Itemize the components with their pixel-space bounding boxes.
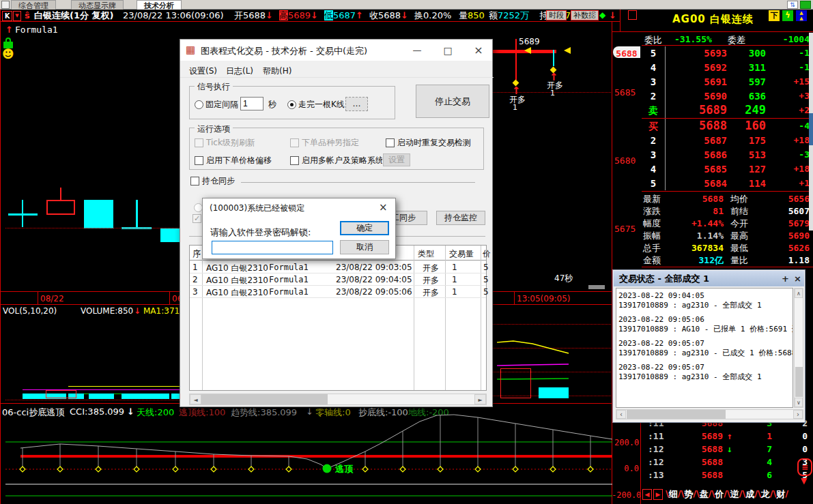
ask-row-1[interactable]: 卖5689249+2 [642, 104, 813, 118]
tabs-left-arrow-icon[interactable]: ◀ [642, 489, 652, 500]
kline-type-icon[interactable]: K [2, 11, 12, 21]
more-options-button[interactable]: … [345, 97, 368, 111]
position-monitor-button[interactable]: 持仓监控 [436, 211, 485, 225]
interval-input[interactable] [240, 97, 263, 110]
lightning-icon[interactable]: ϟ [782, 10, 793, 21]
table-hscrollbar[interactable]: ◄ ► [189, 394, 487, 405]
tick-oi: 0 [779, 443, 808, 455]
bid-row-3[interactable]: 35686513-3 [642, 148, 813, 162]
minimize-icon[interactable]: — [407, 44, 427, 57]
tab-reverse[interactable]: 逆 [730, 488, 739, 502]
close-icon[interactable]: × [468, 44, 489, 57]
menu-log[interactable]: 日志(L) [223, 64, 257, 78]
down-limit-icon[interactable]: 下 [769, 10, 780, 21]
maximize-icon[interactable]: □ [438, 44, 458, 57]
bid-row-4[interactable]: 45685127+18 [642, 162, 813, 177]
status-close-icon[interactable]: × [794, 271, 801, 286]
stop-trading-button[interactable]: 停止交易 [416, 85, 489, 118]
ok-button[interactable]: 确定 [340, 221, 389, 235]
status-vscrollbar[interactable]: ∧ ∨ [794, 288, 803, 408]
radio-fixed-interval-label[interactable]: 固定间隔 [205, 100, 238, 110]
bid-row-5[interactable]: 55684114+1 [642, 177, 813, 191]
menu-help[interactable]: 帮助(H) [259, 64, 295, 78]
multi-account-settings-button[interactable]: 设置 [383, 153, 410, 166]
open-arrow-icon: ↓ [266, 10, 273, 20]
tab-trend[interactable]: 势 [684, 488, 693, 502]
sort-triangles-icon[interactable]: ▲▲ [796, 10, 807, 21]
password-input[interactable] [212, 241, 333, 254]
tab-general-management[interactable]: 综合管理 [11, 0, 56, 10]
order-row[interactable]: 3AG10 白银2310Formula123/08/22 09:05:06开多1… [190, 286, 486, 298]
checkbox-tick-refresh[interactable] [195, 138, 203, 147]
vol-bar-down [539, 387, 569, 398]
cancel-button[interactable]: 取消 [340, 240, 389, 254]
ask-row-2[interactable]: 25690636+3 [642, 89, 813, 104]
status-titlebar[interactable]: 交易状态 - 全部成交 1 + × [614, 271, 804, 286]
col-type[interactable]: 类型 [418, 248, 434, 260]
bid-row-2[interactable]: 25687175+18 [642, 134, 813, 148]
col-seq[interactable]: 序 [192, 248, 201, 260]
checkbox-position-sync[interactable] [190, 177, 199, 186]
checkbox-sync-option[interactable]: ✓ [192, 214, 201, 223]
kline-dropdown-icon[interactable]: ▼ [13, 11, 21, 21]
col-price[interactable]: 价 [483, 248, 491, 260]
checkbox-instrument-specify[interactable] [290, 138, 299, 147]
app-menu-icon[interactable] [1, 1, 10, 9]
order-row[interactable]: 1AG10 白银2310Formula123/08/22 09:03:05开多1… [190, 261, 486, 273]
status-hscrollbar[interactable]: ‹ › [616, 409, 803, 419]
tab-price[interactable]: 价 [715, 488, 724, 502]
vscroll-up-icon[interactable]: ∧ [795, 288, 803, 298]
tick-scroll-handle[interactable]: ≡ [797, 458, 812, 476]
hscroll-thumb[interactable] [627, 410, 726, 419]
clock-icon[interactable]: ◎ [590, 10, 597, 20]
ask-row-3[interactable]: 35691597+15 [642, 75, 813, 89]
tab-deals[interactable]: 成 [745, 488, 754, 502]
radio-bar-complete-label[interactable]: 走完一根K线 [298, 100, 345, 110]
tab-technical-analysis[interactable]: 技术分析 [137, 0, 182, 10]
order-row[interactable]: 2AG10 白银2310Formula123/08/22 09:04:05开多1… [190, 273, 486, 286]
scroll-tabs-icon[interactable]: ⇅ [787, 1, 798, 9]
col-volume[interactable]: 交易量 [449, 248, 474, 260]
checkbox-price-offset-label[interactable]: 启用下单价格偏移 [206, 155, 272, 166]
checkbox-price-offset[interactable] [195, 156, 203, 165]
ask-row-5[interactable]: 55693300-1 [642, 46, 813, 61]
tick-scroll-down-icon[interactable]: ▼ [801, 476, 807, 486]
hscroll-right-icon[interactable]: › [793, 410, 803, 419]
tab-dynamic-board[interactable]: 动态显示牌 [71, 0, 124, 10]
checkbox-multi-account-label[interactable]: 启用多帐户及策略系统 [302, 155, 382, 166]
ask-row-4[interactable]: 45692311-1 [642, 61, 813, 75]
trade-dialog-titlebar[interactable]: ▦ 图表程式化交易 - 技术分析 - 交易中(走完) — □ × [180, 40, 492, 61]
menu-settings[interactable]: 设置(S) [186, 64, 220, 78]
checkbox-position-sync-label[interactable]: 持仓同步 [202, 176, 235, 186]
lock-close-icon[interactable]: × [379, 201, 388, 213]
tab-finance[interactable]: 财 [776, 488, 785, 502]
expand-icon[interactable] [800, 1, 811, 9]
ask-diff: +3 [770, 91, 810, 101]
pin-icon[interactable]: + [782, 271, 789, 286]
ask-vol: 636 [730, 91, 766, 102]
chart-scrollbar-stub[interactable] [588, 285, 605, 289]
drop-arrow-icon[interactable]: ↓ [609, 10, 616, 20]
tab-tick-detail[interactable]: 细 [669, 488, 678, 502]
session-button[interactable]: 时段 [546, 10, 567, 20]
checkbox-multi-account[interactable] [290, 156, 299, 165]
hscroll-left-icon[interactable]: ◄ [190, 394, 201, 404]
ask-price: 5691 [669, 76, 727, 87]
edge-scrollbar-thumb[interactable] [809, 113, 813, 145]
bid-row-1[interactable]: 买5688160-4 [642, 119, 813, 134]
vscroll-thumb[interactable] [795, 367, 803, 397]
diamond-icon[interactable]: ◆ [599, 10, 605, 20]
hscroll-right-icon[interactable]: ► [474, 394, 486, 404]
tab-board[interactable]: 盘 [700, 488, 709, 502]
hscroll-thumb[interactable] [201, 394, 328, 404]
radio-bar-complete[interactable] [287, 100, 296, 109]
vscroll-down-icon[interactable]: ∨ [795, 398, 803, 407]
tabs-right-arrow-icon[interactable]: ▶ [653, 489, 663, 500]
hscroll-left-icon[interactable]: ‹ [616, 410, 626, 419]
cell-qty: 1 [452, 275, 457, 284]
checkbox-repeat-check-label[interactable]: 启动时重复交易检测 [397, 138, 471, 148]
radio-fixed-interval[interactable] [195, 100, 203, 109]
checkbox-repeat-check[interactable] [386, 138, 395, 147]
ask-level: 卖 [643, 105, 664, 117]
tab-dragon[interactable]: 龙 [761, 488, 770, 502]
